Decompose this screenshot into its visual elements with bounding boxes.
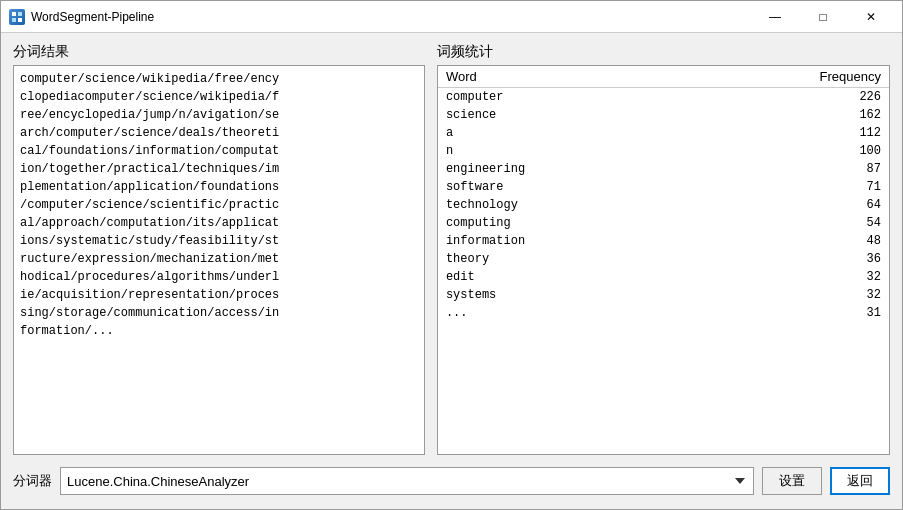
frequency-cell: 71 bbox=[687, 178, 889, 196]
word-cell: edit bbox=[438, 268, 687, 286]
table-row: information48 bbox=[438, 232, 889, 250]
content-area: 分词结果 computer/science/wikipedia/free/enc… bbox=[1, 33, 902, 509]
window-title: WordSegment-Pipeline bbox=[31, 10, 752, 24]
left-panel-box: computer/science/wikipedia/free/ency clo… bbox=[13, 65, 425, 455]
panels-row: 分词结果 computer/science/wikipedia/free/enc… bbox=[13, 43, 890, 455]
frequency-cell: 226 bbox=[687, 88, 889, 107]
frequency-cell: 100 bbox=[687, 142, 889, 160]
word-cell: a bbox=[438, 124, 687, 142]
table-row: theory36 bbox=[438, 250, 889, 268]
svg-rect-1 bbox=[18, 12, 22, 16]
table-row: computer226 bbox=[438, 88, 889, 107]
close-button[interactable]: ✕ bbox=[848, 5, 894, 29]
right-panel-box: Word Frequency computer226science162a112… bbox=[437, 65, 890, 455]
word-cell: n bbox=[438, 142, 687, 160]
table-row: edit32 bbox=[438, 268, 889, 286]
frequency-cell: 162 bbox=[687, 106, 889, 124]
frequency-cell: 112 bbox=[687, 124, 889, 142]
svg-rect-0 bbox=[12, 12, 16, 16]
frequency-cell: 36 bbox=[687, 250, 889, 268]
analyzer-select[interactable]: Lucene.China.ChineseAnalyzer bbox=[60, 467, 754, 495]
word-cell: software bbox=[438, 178, 687, 196]
word-cell: systems bbox=[438, 286, 687, 304]
word-cell: computing bbox=[438, 214, 687, 232]
table-row: a112 bbox=[438, 124, 889, 142]
word-cell: science bbox=[438, 106, 687, 124]
back-button[interactable]: 返回 bbox=[830, 467, 890, 495]
frequency-cell: 64 bbox=[687, 196, 889, 214]
svg-rect-2 bbox=[12, 18, 16, 22]
analyzer-label: 分词器 bbox=[13, 472, 52, 490]
table-row: science162 bbox=[438, 106, 889, 124]
frequency-cell: 32 bbox=[687, 268, 889, 286]
table-row: systems32 bbox=[438, 286, 889, 304]
word-cell: ... bbox=[438, 304, 687, 322]
frequency-cell: 32 bbox=[687, 286, 889, 304]
title-bar: WordSegment-Pipeline — □ ✕ bbox=[1, 1, 902, 33]
right-panel: 词频统计 Word Frequency computer226science bbox=[437, 43, 890, 455]
word-cell: information bbox=[438, 232, 687, 250]
left-panel-title: 分词结果 bbox=[13, 43, 425, 61]
right-panel-title: 词频统计 bbox=[437, 43, 890, 61]
frequency-table: Word Frequency computer226science162a112… bbox=[438, 66, 889, 322]
table-row: technology64 bbox=[438, 196, 889, 214]
frequency-cell: 48 bbox=[687, 232, 889, 250]
svg-rect-3 bbox=[18, 18, 22, 22]
word-column-header: Word bbox=[438, 66, 687, 88]
table-row: software71 bbox=[438, 178, 889, 196]
maximize-button[interactable]: □ bbox=[800, 5, 846, 29]
frequency-column-header: Frequency bbox=[687, 66, 889, 88]
table-row: n100 bbox=[438, 142, 889, 160]
table-container[interactable]: Word Frequency computer226science162a112… bbox=[438, 66, 889, 454]
frequency-cell: 87 bbox=[687, 160, 889, 178]
app-icon bbox=[9, 9, 25, 25]
table-row: computing54 bbox=[438, 214, 889, 232]
frequency-cell: 54 bbox=[687, 214, 889, 232]
left-panel: 分词结果 computer/science/wikipedia/free/enc… bbox=[13, 43, 425, 455]
main-window: WordSegment-Pipeline — □ ✕ 分词结果 computer… bbox=[0, 0, 903, 510]
settings-button[interactable]: 设置 bbox=[762, 467, 822, 495]
word-cell: computer bbox=[438, 88, 687, 107]
minimize-button[interactable]: — bbox=[752, 5, 798, 29]
word-cell: engineering bbox=[438, 160, 687, 178]
word-cell: theory bbox=[438, 250, 687, 268]
table-row: ...31 bbox=[438, 304, 889, 322]
bottom-bar: 分词器 Lucene.China.ChineseAnalyzer 设置 返回 bbox=[13, 463, 890, 499]
table-header-row: Word Frequency bbox=[438, 66, 889, 88]
frequency-cell: 31 bbox=[687, 304, 889, 322]
window-controls: — □ ✕ bbox=[752, 5, 894, 29]
segmentation-result[interactable]: computer/science/wikipedia/free/ency clo… bbox=[14, 66, 424, 454]
word-cell: technology bbox=[438, 196, 687, 214]
table-row: engineering87 bbox=[438, 160, 889, 178]
